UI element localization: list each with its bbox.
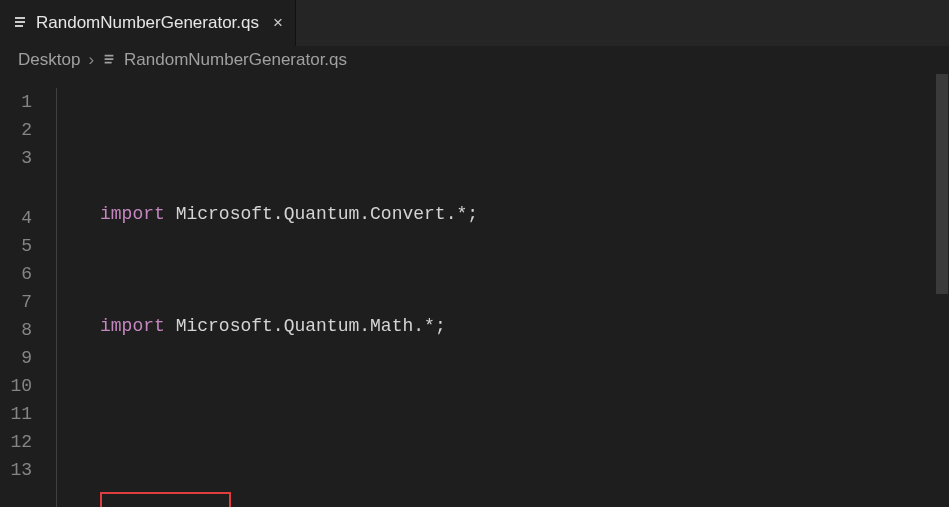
- line-number: 1: [0, 88, 32, 116]
- code-line: [56, 424, 949, 452]
- svg-rect-2: [15, 25, 23, 27]
- code-line: import Microsoft.Quantum.Convert.*;: [56, 200, 949, 228]
- scrollbar-thumb[interactable]: [936, 74, 948, 294]
- svg-rect-1: [15, 21, 25, 23]
- line-number: 13: [0, 456, 32, 484]
- line-number: 6: [0, 260, 32, 288]
- svg-rect-0: [15, 17, 25, 19]
- code-area[interactable]: import Microsoft.Quantum.Convert.*; impo…: [56, 88, 949, 507]
- file-icon: [102, 53, 116, 67]
- line-number: 2: [0, 116, 32, 144]
- line-number: 7: [0, 288, 32, 316]
- file-icon: [12, 15, 28, 31]
- tab-bar: RandomNumberGenerator.qs ×: [0, 0, 949, 46]
- indent-guide: [56, 88, 57, 507]
- close-icon[interactable]: ×: [273, 13, 283, 33]
- line-number: 5: [0, 232, 32, 260]
- svg-rect-3: [105, 55, 114, 57]
- breadcrumb: Desktop › RandomNumberGenerator.qs: [0, 46, 949, 74]
- line-number: 12: [0, 428, 32, 456]
- line-number: 9: [0, 344, 32, 372]
- breadcrumb-file[interactable]: RandomNumberGenerator.qs: [124, 50, 347, 70]
- tab-filename: RandomNumberGenerator.qs: [36, 13, 259, 33]
- chevron-right-icon: ›: [88, 50, 94, 70]
- line-number: 3: [0, 144, 32, 172]
- editor-tab[interactable]: RandomNumberGenerator.qs ×: [0, 0, 296, 46]
- breadcrumb-folder[interactable]: Desktop: [18, 50, 80, 70]
- vertical-scrollbar[interactable]: [935, 74, 949, 507]
- line-number: 11: [0, 400, 32, 428]
- line-number: 8: [0, 316, 32, 344]
- line-number: 4: [0, 204, 32, 232]
- svg-rect-5: [105, 62, 112, 64]
- line-number-gutter: 1 2 3 4 5 6 7 8 9 10 11 12 13: [0, 88, 56, 507]
- code-editor[interactable]: 1 2 3 4 5 6 7 8 9 10 11 12 13 import Mic…: [0, 74, 949, 507]
- svg-rect-4: [105, 58, 114, 60]
- highlight-box: Run |: [100, 492, 231, 507]
- code-line: import Microsoft.Quantum.Math.*;: [56, 312, 949, 340]
- line-number: 10: [0, 372, 32, 400]
